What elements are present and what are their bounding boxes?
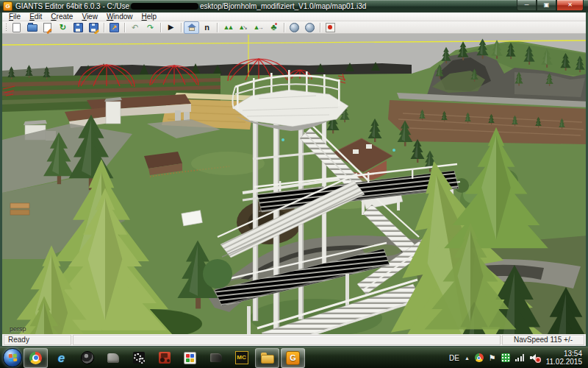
system-tray: DE ▲ ⚑ 13:54 11.02.2015 bbox=[449, 350, 585, 366]
save-as-icon bbox=[89, 23, 98, 32]
giants-editor-icon: G bbox=[286, 351, 300, 365]
menu-help[interactable]: Help bbox=[137, 13, 162, 21]
save-button[interactable] bbox=[71, 21, 86, 34]
taskbar-media-app[interactable] bbox=[75, 348, 99, 368]
tray-expand-icon[interactable]: ▲ bbox=[465, 355, 470, 361]
terrain-smooth-icon: ▲↘ bbox=[238, 24, 248, 31]
tractor-icon bbox=[159, 352, 171, 364]
status-bar: Ready NavSpeed 115 +/- bbox=[2, 334, 586, 347]
taskbar-gears-app[interactable] bbox=[126, 348, 151, 368]
globe-icon bbox=[305, 23, 315, 32]
toolbar-grip[interactable] bbox=[5, 23, 7, 32]
terrain-info-button[interactable] bbox=[323, 21, 338, 34]
titlebar[interactable]: G GIANTS Editor 64bit 6.0.3 - C:/Useeskt… bbox=[0, 0, 588, 13]
play-button[interactable]: ▶ bbox=[163, 21, 179, 34]
interactive-mode-button[interactable]: n bbox=[199, 21, 215, 34]
windows-logo-icon bbox=[8, 354, 17, 362]
tray-chrome-icon[interactable] bbox=[475, 353, 484, 362]
foliage-paint-button[interactable]: ♣ bbox=[266, 21, 282, 34]
gears-app-icon bbox=[133, 352, 145, 364]
volume-muted-icon[interactable] bbox=[530, 353, 541, 362]
globe-icon bbox=[290, 23, 299, 32]
chrome-icon bbox=[29, 352, 42, 364]
app-icon: G bbox=[3, 1, 12, 11]
taskbar-internet-explorer[interactable]: e bbox=[49, 348, 74, 368]
terrain-detail-button-1[interactable] bbox=[287, 21, 302, 34]
action-center-flag-icon[interactable]: ⚑ bbox=[489, 354, 496, 362]
terrain-sculpt-icon: ▲▲ bbox=[223, 24, 232, 31]
terrain-detail-button-2[interactable] bbox=[302, 21, 318, 34]
status-spacer bbox=[73, 335, 501, 345]
menu-create[interactable]: Create bbox=[46, 13, 77, 21]
giants-editor-window: G GIANTS Editor 64bit 6.0.3 - C:/Useeskt… bbox=[0, 0, 588, 347]
menu-file[interactable]: File bbox=[4, 13, 25, 21]
status-ready: Ready bbox=[4, 335, 71, 345]
clock-time: 13:54 bbox=[546, 350, 582, 358]
undo-button[interactable]: ↶ bbox=[127, 21, 143, 34]
redaction-bar bbox=[131, 3, 198, 10]
toolbar-separator bbox=[217, 23, 218, 32]
redo-button[interactable]: ↷ bbox=[143, 21, 158, 34]
taskbar-mc-app[interactable]: MC bbox=[229, 348, 254, 368]
menu-view[interactable]: View bbox=[77, 13, 102, 21]
camera-label: persp bbox=[10, 325, 26, 333]
undo-icon: ↶ bbox=[132, 24, 138, 32]
start-button[interactable] bbox=[3, 348, 22, 367]
reload-button[interactable]: ↻ bbox=[55, 21, 71, 34]
internet-explorer-icon: e bbox=[58, 352, 65, 364]
window-body: File Edit Create View Window Help ↻ ↗ ↶ … bbox=[0, 13, 588, 347]
taskbar-file-explorer[interactable] bbox=[255, 348, 279, 368]
maximize-button[interactable]: ▣ bbox=[537, 0, 556, 11]
taskbar-color-blocks-app[interactable] bbox=[178, 348, 202, 368]
play-icon: ▶ bbox=[168, 24, 174, 31]
menu-edit[interactable]: Edit bbox=[25, 13, 46, 21]
language-indicator[interactable]: DE bbox=[449, 354, 459, 362]
viewport-3d[interactable]: persp bbox=[2, 34, 586, 334]
toolbar-separator bbox=[124, 23, 125, 32]
terrain-slope-button[interactable]: ▲→ bbox=[251, 21, 266, 34]
utility-app-icon bbox=[107, 353, 119, 363]
new-scene-button[interactable] bbox=[9, 21, 24, 34]
frame-selected-button[interactable] bbox=[184, 21, 199, 34]
terrain-smooth-button[interactable]: ▲↘ bbox=[235, 21, 251, 34]
export-button[interactable]: ↗ bbox=[107, 21, 122, 34]
taskbar-utility-app[interactable] bbox=[101, 348, 125, 368]
status-navspeed: NavSpeed 115 +/- bbox=[502, 335, 584, 345]
viewport-canvas[interactable] bbox=[2, 34, 586, 334]
taskbar-chrome[interactable] bbox=[24, 348, 48, 368]
taskbar-giants-editor[interactable]: G bbox=[281, 348, 305, 368]
color-blocks-icon bbox=[184, 352, 196, 364]
window-title: GIANTS Editor 64bit 6.0.3 - C:/Useesktop… bbox=[15, 2, 366, 10]
terrain-slope-icon: ▲→ bbox=[254, 24, 264, 31]
save-icon bbox=[74, 23, 83, 32]
mc-app-icon: MC bbox=[235, 351, 248, 364]
open-scene-button[interactable] bbox=[24, 21, 40, 34]
taskbar-farming-simulator[interactable] bbox=[152, 348, 176, 368]
import-icon bbox=[43, 23, 51, 32]
menu-window[interactable]: Window bbox=[102, 13, 137, 21]
close-button[interactable]: ✕ bbox=[556, 0, 584, 11]
save-as-button[interactable] bbox=[86, 21, 101, 34]
tray-green-app-icon[interactable] bbox=[501, 353, 510, 362]
reload-icon: ↻ bbox=[60, 24, 66, 32]
redo-icon: ↷ bbox=[147, 24, 154, 32]
taskbar: e MC G DE ▲ ⚑ 13:54 11.02.2015 bbox=[0, 347, 588, 368]
minimize-button[interactable]: ─ bbox=[517, 0, 537, 11]
folder-icon bbox=[261, 353, 274, 364]
toolbar-separator bbox=[284, 23, 284, 32]
tree-icon: ♣ bbox=[271, 22, 277, 32]
n-mode-icon: n bbox=[204, 24, 209, 32]
toolbar-separator bbox=[104, 23, 104, 32]
clock[interactable]: 13:54 11.02.2015 bbox=[546, 350, 582, 366]
taskbar-dark-utility-app[interactable] bbox=[204, 348, 228, 368]
clock-date: 11.02.2015 bbox=[546, 358, 582, 366]
toolbar-separator bbox=[181, 23, 182, 32]
home-icon bbox=[187, 24, 196, 32]
toolbar: ↻ ↗ ↶ ↷ ▶ n ▲▲ ▲↘ ▲→ ♣ bbox=[2, 21, 586, 34]
export-icon: ↗ bbox=[110, 23, 119, 32]
network-signal-icon[interactable] bbox=[515, 354, 525, 361]
desktop: G GIANTS Editor 64bit 6.0.3 - C:/Useeskt… bbox=[0, 0, 588, 368]
terrain-sculpt-button[interactable]: ▲▲ bbox=[220, 21, 235, 34]
import-button[interactable] bbox=[40, 21, 55, 34]
menu-bar: File Edit Create View Window Help bbox=[2, 13, 586, 21]
